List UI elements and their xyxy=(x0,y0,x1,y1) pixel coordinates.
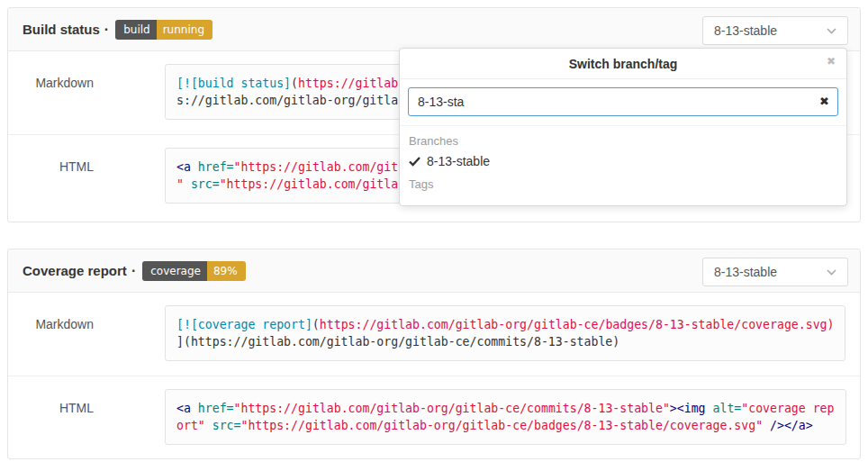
panel-title: Build status xyxy=(23,22,100,37)
coverage-report-header: Coverage report · coverage 89% 8-13-stab… xyxy=(8,249,860,293)
branch-list: Branches 8-13-stable Tags xyxy=(400,125,846,197)
chevron-down-icon xyxy=(827,269,836,276)
clear-search-icon[interactable]: ✖ xyxy=(819,95,829,109)
badge-key: build xyxy=(115,20,157,40)
markdown-code-box[interactable]: [![coverage report](https://gitlab.com/g… xyxy=(165,305,845,361)
build-status-badge: build running xyxy=(115,20,212,40)
popup-title: Switch branch/tag xyxy=(569,57,678,71)
branch-item-8-13-stable[interactable]: 8-13-stable xyxy=(400,150,846,173)
panel-title: Coverage report xyxy=(23,263,127,278)
tags-heading: Tags xyxy=(400,173,846,194)
branch-search-input[interactable] xyxy=(408,87,838,116)
branches-heading: Branches xyxy=(400,130,846,150)
branch-selector-button[interactable]: 8-13-stable xyxy=(702,16,848,45)
title-separator: · xyxy=(104,22,109,38)
branch-selector-value: 8-13-stable xyxy=(714,23,819,38)
check-icon xyxy=(409,157,427,167)
html-row: HTML <a href="https://gitlab.com/gitlab-… xyxy=(8,376,860,459)
coverage-report-panel: Coverage report · coverage 89% 8-13-stab… xyxy=(7,249,861,459)
badge-value: 89% xyxy=(207,261,246,281)
row-label-html: HTML xyxy=(8,389,94,445)
switch-branch-popup: Switch branch/tag ✖ ✖ Branches 8-13-stab… xyxy=(399,48,847,206)
branch-selector-value: 8-13-stable xyxy=(714,265,819,279)
branch-item-label: 8-13-stable xyxy=(427,154,490,169)
branch-selector-button[interactable]: 8-13-stable xyxy=(702,258,848,286)
row-label-html: HTML xyxy=(8,148,94,204)
badge-key: coverage xyxy=(142,261,207,281)
coverage-badge: coverage 89% xyxy=(142,261,245,281)
title-separator: · xyxy=(131,263,136,279)
popup-header: Switch branch/tag ✖ xyxy=(400,49,846,79)
html-code-box[interactable]: <a href="https://gitlab.com/gitlab-org/g… xyxy=(165,389,846,445)
badge-value: running xyxy=(157,20,212,40)
badges-settings-page: Build status · build running 8-13-stable… xyxy=(0,0,868,471)
chevron-down-icon xyxy=(827,28,836,34)
close-icon[interactable]: ✖ xyxy=(827,56,836,67)
row-label-markdown: Markdown xyxy=(8,64,94,120)
markdown-row: Markdown [![coverage report](https://git… xyxy=(8,293,860,376)
build-status-header: Build status · build running 8-13-stable xyxy=(8,8,860,51)
row-label-markdown: Markdown xyxy=(8,305,94,361)
